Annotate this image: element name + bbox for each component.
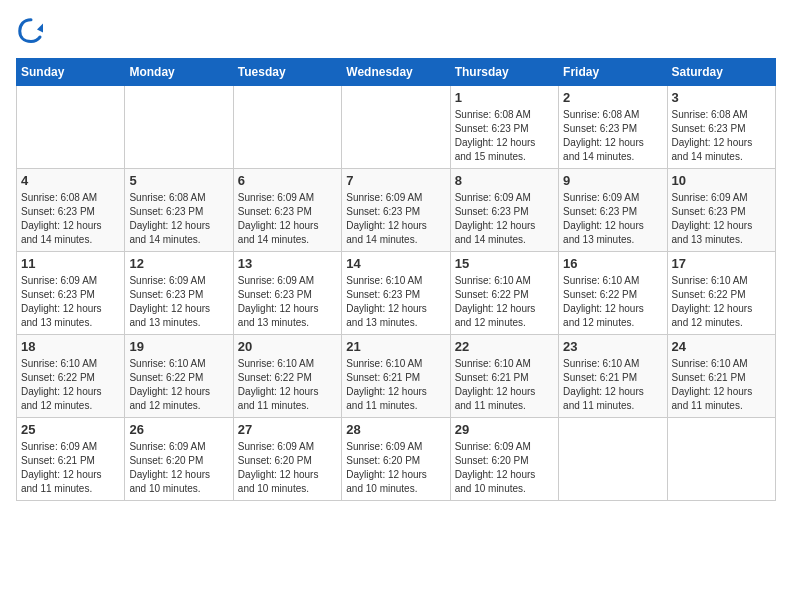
calendar-cell: 16Sunrise: 6:10 AM Sunset: 6:22 PM Dayli… (559, 252, 667, 335)
day-number: 10 (672, 173, 771, 188)
calendar-cell: 19Sunrise: 6:10 AM Sunset: 6:22 PM Dayli… (125, 335, 233, 418)
day-header-friday: Friday (559, 59, 667, 86)
day-number: 19 (129, 339, 228, 354)
calendar-cell: 14Sunrise: 6:10 AM Sunset: 6:23 PM Dayli… (342, 252, 450, 335)
day-number: 21 (346, 339, 445, 354)
cell-info: Sunrise: 6:09 AM Sunset: 6:23 PM Dayligh… (238, 274, 337, 330)
calendar-cell (17, 86, 125, 169)
day-number: 11 (21, 256, 120, 271)
cell-info: Sunrise: 6:10 AM Sunset: 6:21 PM Dayligh… (455, 357, 554, 413)
calendar-cell: 29Sunrise: 6:09 AM Sunset: 6:20 PM Dayli… (450, 418, 558, 501)
cell-info: Sunrise: 6:08 AM Sunset: 6:23 PM Dayligh… (672, 108, 771, 164)
day-number: 27 (238, 422, 337, 437)
calendar-cell: 4Sunrise: 6:08 AM Sunset: 6:23 PM Daylig… (17, 169, 125, 252)
calendar-cell: 24Sunrise: 6:10 AM Sunset: 6:21 PM Dayli… (667, 335, 775, 418)
calendar-cell: 6Sunrise: 6:09 AM Sunset: 6:23 PM Daylig… (233, 169, 341, 252)
day-number: 25 (21, 422, 120, 437)
day-number: 17 (672, 256, 771, 271)
calendar-body: 1Sunrise: 6:08 AM Sunset: 6:23 PM Daylig… (17, 86, 776, 501)
day-number: 9 (563, 173, 662, 188)
cell-info: Sunrise: 6:09 AM Sunset: 6:23 PM Dayligh… (129, 274, 228, 330)
calendar-cell: 26Sunrise: 6:09 AM Sunset: 6:20 PM Dayli… (125, 418, 233, 501)
calendar-cell: 8Sunrise: 6:09 AM Sunset: 6:23 PM Daylig… (450, 169, 558, 252)
calendar-cell: 22Sunrise: 6:10 AM Sunset: 6:21 PM Dayli… (450, 335, 558, 418)
calendar-cell: 10Sunrise: 6:09 AM Sunset: 6:23 PM Dayli… (667, 169, 775, 252)
calendar-cell (233, 86, 341, 169)
day-number: 1 (455, 90, 554, 105)
cell-info: Sunrise: 6:10 AM Sunset: 6:23 PM Dayligh… (346, 274, 445, 330)
calendar-cell: 5Sunrise: 6:08 AM Sunset: 6:23 PM Daylig… (125, 169, 233, 252)
calendar-cell (559, 418, 667, 501)
cell-info: Sunrise: 6:09 AM Sunset: 6:23 PM Dayligh… (455, 191, 554, 247)
calendar-header: SundayMondayTuesdayWednesdayThursdayFrid… (17, 59, 776, 86)
day-header-saturday: Saturday (667, 59, 775, 86)
cell-info: Sunrise: 6:10 AM Sunset: 6:21 PM Dayligh… (563, 357, 662, 413)
day-number: 20 (238, 339, 337, 354)
day-number: 2 (563, 90, 662, 105)
day-number: 8 (455, 173, 554, 188)
cell-info: Sunrise: 6:10 AM Sunset: 6:22 PM Dayligh… (672, 274, 771, 330)
calendar-cell: 7Sunrise: 6:09 AM Sunset: 6:23 PM Daylig… (342, 169, 450, 252)
day-number: 23 (563, 339, 662, 354)
day-header-wednesday: Wednesday (342, 59, 450, 86)
cell-info: Sunrise: 6:08 AM Sunset: 6:23 PM Dayligh… (129, 191, 228, 247)
day-number: 14 (346, 256, 445, 271)
day-number: 13 (238, 256, 337, 271)
logo-icon (16, 16, 46, 46)
day-number: 22 (455, 339, 554, 354)
calendar-cell (667, 418, 775, 501)
calendar-cell: 1Sunrise: 6:08 AM Sunset: 6:23 PM Daylig… (450, 86, 558, 169)
calendar-cell: 23Sunrise: 6:10 AM Sunset: 6:21 PM Dayli… (559, 335, 667, 418)
calendar-week-2: 4Sunrise: 6:08 AM Sunset: 6:23 PM Daylig… (17, 169, 776, 252)
calendar-cell: 9Sunrise: 6:09 AM Sunset: 6:23 PM Daylig… (559, 169, 667, 252)
cell-info: Sunrise: 6:08 AM Sunset: 6:23 PM Dayligh… (21, 191, 120, 247)
day-header-tuesday: Tuesday (233, 59, 341, 86)
day-number: 6 (238, 173, 337, 188)
calendar-cell: 13Sunrise: 6:09 AM Sunset: 6:23 PM Dayli… (233, 252, 341, 335)
calendar-cell: 15Sunrise: 6:10 AM Sunset: 6:22 PM Dayli… (450, 252, 558, 335)
cell-info: Sunrise: 6:09 AM Sunset: 6:20 PM Dayligh… (129, 440, 228, 496)
cell-info: Sunrise: 6:09 AM Sunset: 6:23 PM Dayligh… (346, 191, 445, 247)
calendar-week-3: 11Sunrise: 6:09 AM Sunset: 6:23 PM Dayli… (17, 252, 776, 335)
cell-info: Sunrise: 6:09 AM Sunset: 6:23 PM Dayligh… (21, 274, 120, 330)
day-number: 12 (129, 256, 228, 271)
cell-info: Sunrise: 6:09 AM Sunset: 6:23 PM Dayligh… (672, 191, 771, 247)
day-header-thursday: Thursday (450, 59, 558, 86)
calendar-week-1: 1Sunrise: 6:08 AM Sunset: 6:23 PM Daylig… (17, 86, 776, 169)
calendar-cell: 21Sunrise: 6:10 AM Sunset: 6:21 PM Dayli… (342, 335, 450, 418)
cell-info: Sunrise: 6:10 AM Sunset: 6:22 PM Dayligh… (455, 274, 554, 330)
cell-info: Sunrise: 6:08 AM Sunset: 6:23 PM Dayligh… (455, 108, 554, 164)
cell-info: Sunrise: 6:09 AM Sunset: 6:20 PM Dayligh… (455, 440, 554, 496)
day-number: 5 (129, 173, 228, 188)
calendar-week-5: 25Sunrise: 6:09 AM Sunset: 6:21 PM Dayli… (17, 418, 776, 501)
cell-info: Sunrise: 6:10 AM Sunset: 6:22 PM Dayligh… (129, 357, 228, 413)
calendar-cell: 11Sunrise: 6:09 AM Sunset: 6:23 PM Dayli… (17, 252, 125, 335)
day-number: 26 (129, 422, 228, 437)
calendar-cell: 28Sunrise: 6:09 AM Sunset: 6:20 PM Dayli… (342, 418, 450, 501)
calendar-cell: 2Sunrise: 6:08 AM Sunset: 6:23 PM Daylig… (559, 86, 667, 169)
calendar-cell (125, 86, 233, 169)
cell-info: Sunrise: 6:10 AM Sunset: 6:22 PM Dayligh… (563, 274, 662, 330)
cell-info: Sunrise: 6:08 AM Sunset: 6:23 PM Dayligh… (563, 108, 662, 164)
calendar-week-4: 18Sunrise: 6:10 AM Sunset: 6:22 PM Dayli… (17, 335, 776, 418)
header (16, 16, 776, 46)
day-number: 18 (21, 339, 120, 354)
day-number: 29 (455, 422, 554, 437)
cell-info: Sunrise: 6:10 AM Sunset: 6:21 PM Dayligh… (672, 357, 771, 413)
cell-info: Sunrise: 6:09 AM Sunset: 6:20 PM Dayligh… (346, 440, 445, 496)
cell-info: Sunrise: 6:10 AM Sunset: 6:22 PM Dayligh… (21, 357, 120, 413)
cell-info: Sunrise: 6:09 AM Sunset: 6:21 PM Dayligh… (21, 440, 120, 496)
day-number: 3 (672, 90, 771, 105)
day-number: 4 (21, 173, 120, 188)
calendar-cell: 27Sunrise: 6:09 AM Sunset: 6:20 PM Dayli… (233, 418, 341, 501)
day-number: 7 (346, 173, 445, 188)
day-number: 24 (672, 339, 771, 354)
calendar-cell: 18Sunrise: 6:10 AM Sunset: 6:22 PM Dayli… (17, 335, 125, 418)
calendar-table: SundayMondayTuesdayWednesdayThursdayFrid… (16, 58, 776, 501)
day-number: 15 (455, 256, 554, 271)
day-number: 28 (346, 422, 445, 437)
calendar-cell: 25Sunrise: 6:09 AM Sunset: 6:21 PM Dayli… (17, 418, 125, 501)
cell-info: Sunrise: 6:10 AM Sunset: 6:22 PM Dayligh… (238, 357, 337, 413)
calendar-cell (342, 86, 450, 169)
cell-info: Sunrise: 6:09 AM Sunset: 6:23 PM Dayligh… (563, 191, 662, 247)
